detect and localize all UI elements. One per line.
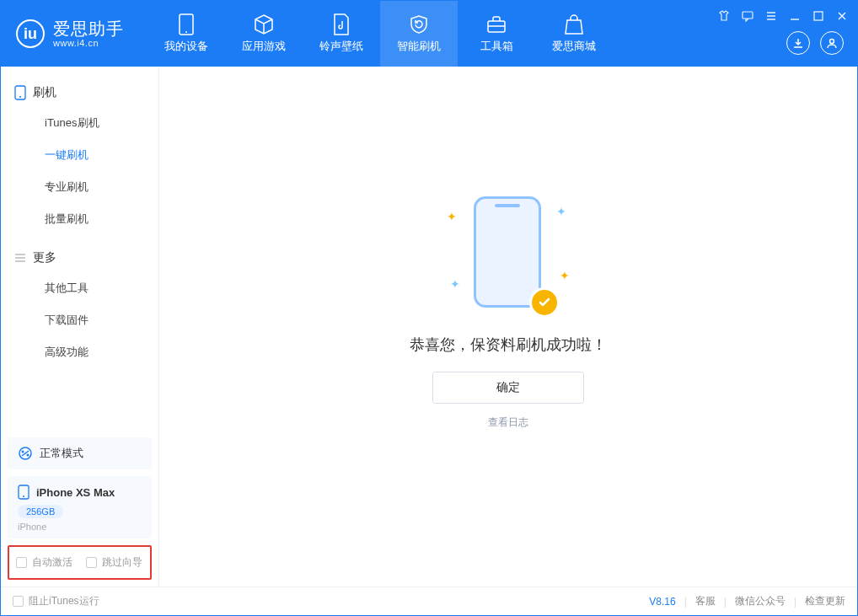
close-button[interactable] bbox=[835, 9, 849, 23]
nav-toolbox[interactable]: 工具箱 bbox=[458, 1, 535, 67]
device-name: iPhone XS Max bbox=[36, 486, 115, 499]
spark-icon: ✦ bbox=[447, 210, 457, 223]
svg-point-7 bbox=[19, 96, 21, 98]
toolbox-icon bbox=[485, 13, 507, 35]
spark-icon: ✦ bbox=[450, 277, 460, 291]
check-badge-icon bbox=[529, 287, 560, 318]
phone-icon bbox=[175, 13, 197, 35]
app-window: iu 爱思助手 www.i4.cn 我的设备 应用游戏 铃声壁纸 智能刷机 bbox=[0, 0, 858, 616]
svg-point-1 bbox=[185, 31, 187, 33]
device-type: iPhone bbox=[18, 522, 142, 532]
feedback-icon[interactable] bbox=[741, 9, 754, 23]
sidebar-group-flash: 刷机 bbox=[1, 78, 158, 107]
device-storage: 256GB bbox=[18, 505, 63, 518]
success-message: 恭喜您，保资料刷机成功啦！ bbox=[410, 335, 607, 355]
group-title: 刷机 bbox=[33, 85, 56, 100]
brand-logo-icon: iu bbox=[16, 19, 45, 48]
refresh-shield-icon bbox=[408, 13, 430, 35]
checkbox-icon[interactable] bbox=[13, 596, 24, 607]
nav-label: 爱思商城 bbox=[552, 39, 596, 54]
sidebar: 刷机 iTunes刷机 一键刷机 专业刷机 批量刷机 更多 其他工具 下载固件 … bbox=[1, 67, 159, 587]
svg-point-12 bbox=[23, 495, 24, 497]
sidebar-item-itunes-flash[interactable]: iTunes刷机 bbox=[1, 107, 158, 139]
success-illustration: ✦ ✦ ✦ ✦ bbox=[462, 190, 555, 316]
nav-label: 工具箱 bbox=[480, 39, 513, 54]
body: 刷机 iTunes刷机 一键刷机 专业刷机 批量刷机 更多 其他工具 下载固件 … bbox=[1, 67, 857, 587]
options-highlighted-row: 自动激活 跳过向导 bbox=[8, 545, 152, 580]
brand-url: www.i4.cn bbox=[53, 38, 124, 48]
sidebar-item-download-firmware[interactable]: 下载固件 bbox=[1, 304, 158, 336]
device-icon bbox=[14, 85, 26, 100]
bag-icon bbox=[563, 13, 585, 35]
sidebar-item-other-tools[interactable]: 其他工具 bbox=[1, 272, 158, 304]
group-title: 更多 bbox=[33, 250, 56, 265]
download-button[interactable] bbox=[786, 31, 810, 55]
checkbox-icon[interactable] bbox=[16, 557, 27, 568]
nav-label: 应用游戏 bbox=[242, 39, 286, 54]
ok-button[interactable]: 确定 bbox=[432, 372, 584, 404]
main-content: ✦ ✦ ✦ ✦ 恭喜您，保资料刷机成功啦！ 确定 查看日志 bbox=[159, 67, 857, 587]
spark-icon: ✦ bbox=[556, 205, 566, 218]
nav-ringtone-wallpaper[interactable]: 铃声壁纸 bbox=[303, 1, 380, 67]
sidebar-item-advanced[interactable]: 高级功能 bbox=[1, 336, 158, 368]
svg-rect-4 bbox=[814, 12, 823, 20]
mode-panel[interactable]: 正常模式 bbox=[8, 437, 152, 469]
mode-icon bbox=[18, 446, 33, 461]
cube-icon bbox=[253, 13, 275, 35]
user-button[interactable] bbox=[820, 31, 844, 55]
phone-illustration-icon bbox=[474, 196, 541, 308]
svg-rect-3 bbox=[743, 12, 753, 19]
music-file-icon bbox=[330, 13, 352, 35]
window-controls bbox=[717, 9, 849, 23]
nav-my-device[interactable]: 我的设备 bbox=[147, 1, 225, 67]
svg-point-9 bbox=[22, 451, 24, 453]
minimize-button[interactable] bbox=[788, 9, 802, 23]
support-link[interactable]: 客服 bbox=[695, 594, 716, 608]
nav-label: 铃声壁纸 bbox=[319, 39, 363, 54]
sidebar-item-onekey-flash[interactable]: 一键刷机 bbox=[1, 139, 158, 171]
nav-label: 智能刷机 bbox=[397, 39, 441, 54]
list-icon bbox=[14, 252, 26, 264]
spark-icon: ✦ bbox=[560, 269, 570, 282]
nav-smart-flash[interactable]: 智能刷机 bbox=[380, 1, 458, 67]
nav-label: 我的设备 bbox=[164, 39, 208, 54]
sidebar-group-more: 更多 bbox=[1, 244, 158, 272]
mode-label: 正常模式 bbox=[40, 446, 83, 461]
svg-point-5 bbox=[830, 40, 834, 44]
maximize-button[interactable] bbox=[812, 9, 825, 23]
checkbox-icon[interactable] bbox=[86, 557, 97, 568]
version-label: V8.16 bbox=[649, 596, 675, 608]
device-panel[interactable]: iPhone XS Max 256GB iPhone bbox=[8, 476, 152, 538]
nav-apps-games[interactable]: 应用游戏 bbox=[225, 1, 303, 67]
svg-point-10 bbox=[27, 454, 29, 457]
check-update-link[interactable]: 检查更新 bbox=[805, 594, 845, 608]
sidebar-item-batch-flash[interactable]: 批量刷机 bbox=[1, 203, 158, 235]
nav-store[interactable]: 爱思商城 bbox=[535, 1, 613, 67]
brand-name: 爱思助手 bbox=[53, 19, 124, 38]
header: iu 爱思助手 www.i4.cn 我的设备 应用游戏 铃声壁纸 智能刷机 bbox=[1, 1, 857, 67]
menu-icon[interactable] bbox=[764, 9, 778, 23]
shirt-icon[interactable] bbox=[717, 9, 731, 23]
skip-guide-option[interactable]: 跳过向导 bbox=[86, 555, 142, 570]
header-right-actions bbox=[786, 31, 844, 55]
device-icon bbox=[18, 485, 29, 500]
auto-activate-option[interactable]: 自动激活 bbox=[16, 555, 72, 570]
sidebar-item-pro-flash[interactable]: 专业刷机 bbox=[1, 171, 158, 203]
status-bar: 阻止iTunes运行 V8.16 | 客服 | 微信公众号 | 检查更新 bbox=[1, 587, 857, 615]
view-log-link[interactable]: 查看日志 bbox=[488, 415, 528, 430]
top-nav: 我的设备 应用游戏 铃声壁纸 智能刷机 工具箱 爱思商城 bbox=[147, 1, 613, 67]
wechat-link[interactable]: 微信公众号 bbox=[735, 594, 786, 608]
brand: iu 爱思助手 www.i4.cn bbox=[1, 19, 139, 48]
block-itunes-option[interactable]: 阻止iTunes运行 bbox=[13, 594, 99, 608]
